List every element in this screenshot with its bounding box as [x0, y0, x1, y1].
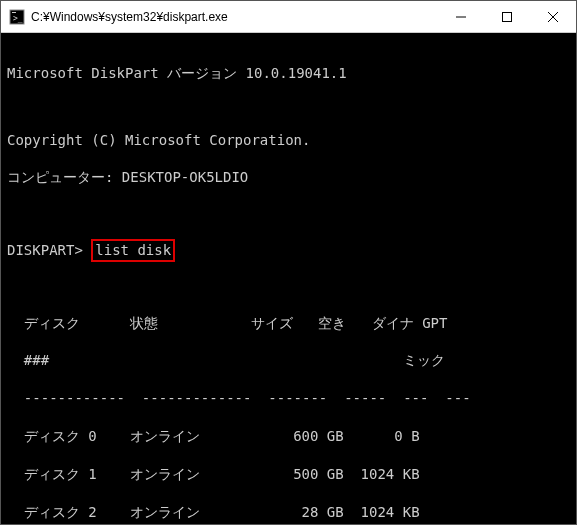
close-button[interactable] [530, 1, 576, 32]
table-divider: ------------ ------------- ------- -----… [7, 389, 568, 408]
svg-rect-1 [12, 12, 16, 13]
window-title: C:¥Windows¥system32¥diskpart.exe [31, 10, 438, 24]
maximize-button[interactable] [484, 1, 530, 32]
copyright-line: Copyright (C) Microsoft Corporation. [7, 131, 568, 150]
window-titlebar: >_ C:¥Windows¥system32¥diskpart.exe [1, 1, 576, 33]
svg-text:>_: >_ [13, 14, 23, 23]
prompt-line-1: DISKPART> list disk [7, 239, 568, 262]
version-line: Microsoft DiskPart バージョン 10.0.19041.1 [7, 64, 568, 83]
window-controls [438, 1, 576, 32]
svg-rect-4 [503, 12, 512, 21]
table-row: ディスク 1 オンライン 500 GB 1024 KB [7, 465, 568, 484]
prompt-text: DISKPART> [7, 242, 83, 258]
table-row: ディスク 2 オンライン 28 GB 1024 KB [7, 503, 568, 522]
table-header: ディスク 状態 サイズ 空き ダイナ GPT [7, 314, 568, 333]
computer-line: コンピューター: DESKTOP-OK5LDIO [7, 168, 568, 187]
table-header-2: ### ミック [7, 351, 568, 370]
table-row: ディスク 0 オンライン 600 GB 0 B [7, 427, 568, 446]
command-list-disk: list disk [91, 239, 175, 262]
terminal-output[interactable]: Microsoft DiskPart バージョン 10.0.19041.1 Co… [1, 33, 576, 524]
minimize-button[interactable] [438, 1, 484, 32]
app-icon: >_ [9, 9, 25, 25]
